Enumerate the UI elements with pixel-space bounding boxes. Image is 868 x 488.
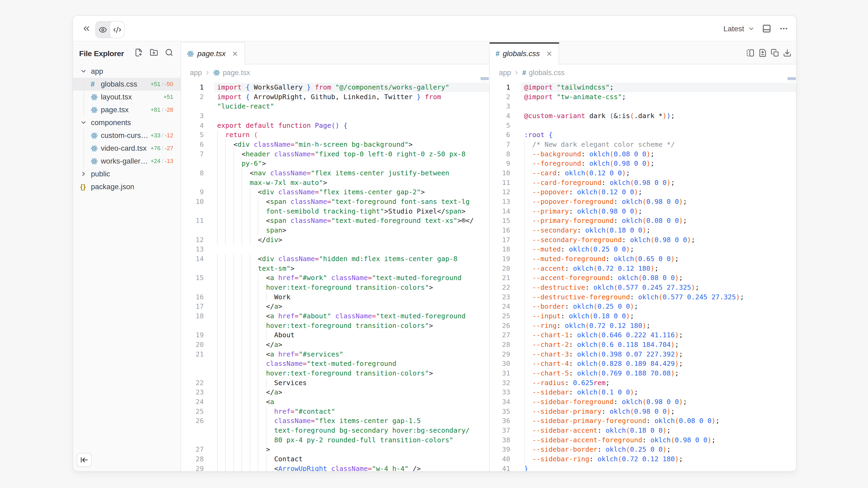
code-token: span [445,207,462,215]
sidebar-divider[interactable] [181,42,181,471]
code-token [327,274,331,282]
code-token: --radius [532,379,565,387]
close-tab-icon[interactable] [231,50,239,57]
tab-globals-css[interactable]: #globals.css [490,42,559,65]
code-token: --chart-3 [532,350,569,358]
pane-divider[interactable] [489,42,490,471]
breadcrumb-item[interactable]: page.tsx [223,69,250,77]
version-selector[interactable]: Latest [723,16,755,41]
code-token: oklch [569,245,589,253]
code-token: --input [532,312,561,320]
code-line-text: import { ArrowUpRight, Github, Linkedin,… [217,92,441,102]
code-row: 13 [181,245,489,254]
file-tree-item-globals.css[interactable]: #globals.css+51/-50 [73,78,181,91]
code-token: oklch [610,179,630,187]
code-toggle-button[interactable] [110,22,124,38]
new-file-button[interactable] [134,48,143,57]
code-token: span [270,217,286,225]
code-token: --secondary [532,226,577,234]
preview-toggle-button[interactable] [96,22,110,38]
line-number: 1 [181,83,204,92]
code-token: 0.25 0 0 [597,302,630,310]
new-folder-button[interactable] [150,48,158,57]
code-row: 40 --sidebar-ring: oklch(0.72 0.12 180); [490,454,796,464]
download-icon[interactable] [783,48,792,58]
code-row: 28 Contact [181,454,489,464]
split-view-icon[interactable] [746,48,755,58]
copy-icon[interactable] [770,48,779,58]
line-number: 15 [490,216,510,226]
code-token [553,84,557,91]
file-tree-item-layout.tsx[interactable]: layout.tsx+51 [73,91,181,103]
code-token: ( [254,131,258,139]
breadcrumb-item[interactable]: app [190,69,202,77]
code-line-text: --sidebar-primary: oklch(0.98 0 0); [524,407,675,416]
code-token: oklch [614,255,634,263]
collapse-panel-button[interactable] [82,24,91,33]
file-name: video-card.tsx [101,144,147,153]
version-label: Latest [723,24,744,33]
code-line-text: hover:text-foreground transition-colors"… [217,283,433,292]
code-token: ; [622,93,626,101]
code-token: ; [671,112,675,120]
scroll-minimap[interactable] [788,77,796,79]
panel-bottom-button[interactable] [760,22,773,35]
code-line-text: <a href="#work" className="text-muted-fo… [217,273,462,283]
code-token: "hidden md:flex items-center gap-8 [319,255,458,263]
code-token: ) [671,341,675,349]
file-tree-item-page.tsx[interactable]: page.tsx+81/-28 [73,103,181,116]
code-token: 0.98 0 0 [646,198,679,205]
file-name: globals.css [101,80,137,89]
code-token: ( [638,274,642,282]
code-token: ( [597,331,601,339]
code-row: 27 --chart-1: oklch(0.646 0.222 41.116); [490,330,796,340]
file-tree-item-app[interactable]: app [73,65,181,78]
folder-name: public [91,170,110,178]
file-tree-item-video-card.tsx[interactable]: video-card.tsx+76/-27 [73,142,181,155]
code-token: : [577,226,585,234]
code-token: = [311,417,315,425]
file-tree-item-public[interactable]: public [73,168,181,181]
code-token: a [274,341,278,349]
code-token: --muted [532,245,561,253]
code-row: 31 --chart-5: oklch(0.769 0.188 70.08); [490,368,796,378]
file-tree-item-package.json[interactable]: { }package.json [73,181,181,193]
code-token: ) [666,408,671,415]
code-line-text: > [217,445,270,454]
file-diff-icon[interactable] [758,48,767,58]
close-tab-icon[interactable] [546,50,553,57]
code-token: ( [606,226,610,234]
code-token: { [343,122,347,129]
breadcrumb-item[interactable]: globals.css [529,69,565,77]
code-token: 0.769 0.188 70.08 [601,369,671,377]
more-options-button[interactable] [777,22,790,35]
line-number: 29 [490,350,510,359]
code-token: < [250,169,254,177]
file-tree-item-custom-curs-[interactable]: custom-curs…+33/-12 [73,129,181,142]
code-editor[interactable]: 1import { WorksGallery } from "@/compone… [181,83,489,471]
code-token: ; [666,446,671,453]
file-tree-item-works-galler-[interactable]: works-galler…+24/-13 [73,155,181,168]
tab-page-tsx[interactable]: page.tsx [181,42,245,65]
breadcrumb-item[interactable]: app [499,69,511,77]
code-token: ) [666,179,671,187]
code-token: ; [675,369,679,377]
line-number: 9 [490,159,510,168]
code-token: > [429,322,433,329]
code-line-text: @import "tw-animate-css"; [524,92,626,102]
code-token: 0.98 0 0 [646,398,679,406]
code-token: ( [642,217,646,225]
collapse-sidebar-button[interactable] [77,453,92,467]
search-files-button[interactable] [165,48,173,57]
code-editor[interactable]: 1@import "tailwindcss";2@import "tw-anim… [490,83,796,471]
scroll-minimap[interactable] [481,77,489,79]
code-token: : [642,436,650,444]
code-token: : [557,322,565,329]
file-tree-item-components[interactable]: components [73,116,181,129]
code-token: ( [593,302,597,310]
code-token: "#about" [299,312,331,320]
code-token: < [266,217,270,225]
line-number: 3 [490,102,510,111]
breadcrumb: apppage.tsx [181,65,489,80]
code-line-text: <a href="#about" className="text-muted-f… [217,311,466,321]
